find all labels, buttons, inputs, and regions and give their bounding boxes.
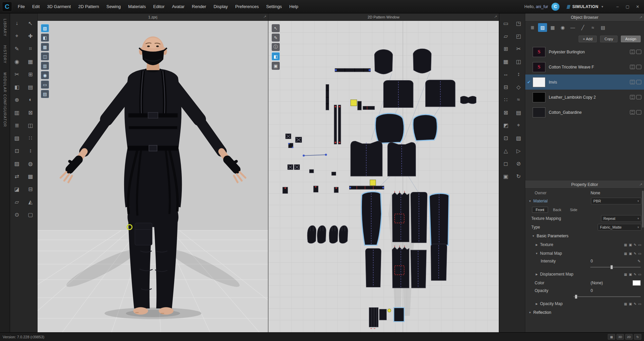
3d-scene[interactable] [38, 21, 268, 332]
material-thumbnail[interactable]: S [533, 62, 545, 72]
seam-allowance-icon[interactable]: ◫ [512, 55, 525, 68]
refresh-2d-icon[interactable]: ↻ [512, 170, 525, 183]
pleats-icon[interactable]: ∷ [499, 93, 512, 106]
unfold-icon[interactable]: ▧ [512, 132, 525, 144]
trace-2d-icon[interactable]: ⌖ [512, 119, 525, 132]
copy-icon[interactable] [630, 110, 635, 114]
close-button[interactable]: ✕ [633, 2, 643, 11]
displacement-edit-icon[interactable]: ✎ [634, 273, 636, 276]
material-thumbnail[interactable] [533, 92, 545, 102]
menu-render[interactable]: Render [188, 0, 210, 13]
reflection-row[interactable]: ▼ Reflection [525, 308, 644, 317]
texture-edit-icon[interactable]: △ [499, 144, 512, 157]
material-thumbnail[interactable]: S [533, 47, 545, 57]
opacity-slider[interactable] [574, 296, 641, 297]
topstitch-icon[interactable]: ∷ [24, 132, 38, 144]
link-icon[interactable] [636, 65, 641, 69]
displacement-clear-icon[interactable]: ▭ [638, 273, 641, 276]
opacity-map-slot-icon[interactable]: ▦ [624, 302, 627, 306]
tab-front[interactable]: Front [532, 207, 548, 213]
cut-sew-icon[interactable]: ↕ [512, 68, 525, 81]
cut-icon[interactable]: ↔ [499, 68, 512, 81]
steam-icon[interactable]: ⊙ [10, 208, 24, 221]
puckering-view-icon[interactable]: ≈ [588, 23, 597, 32]
assign-button[interactable]: Assign [621, 36, 641, 42]
menu-settings[interactable]: Settings [262, 0, 285, 13]
edit-curvature-icon[interactable]: ⌗ [24, 42, 38, 55]
material-row[interactable]: S Cotton Tricotine Weave F [525, 59, 644, 75]
texture-edit-icon[interactable]: ✎ [634, 243, 636, 247]
menu-help[interactable]: Help [285, 0, 302, 13]
flatten-icon[interactable]: ◪ [10, 183, 24, 195]
color-swatch[interactable] [633, 280, 641, 286]
grid-toggle-icon[interactable]: ▦ [608, 334, 615, 340]
button-icon[interactable]: ◫ [24, 119, 38, 132]
displacement-link-icon[interactable]: ▣ [629, 273, 632, 276]
link-icon[interactable] [636, 110, 641, 114]
link-icon[interactable] [636, 80, 641, 84]
notch-icon[interactable]: ⊟ [499, 81, 512, 93]
type-dropdown[interactable]: Fabric_Matte ▾ [598, 224, 641, 231]
select-box-icon[interactable]: ⌖ [10, 30, 24, 42]
trace-icon[interactable]: ✂ [10, 68, 24, 81]
collapse-icon[interactable]: ▼ [528, 200, 532, 203]
object-browser-header[interactable]: Object Browser ↗ [525, 13, 644, 21]
trim-view-icon[interactable]: ╱ [578, 23, 587, 32]
show-internal-lines-icon[interactable]: ◫ [41, 52, 49, 60]
texture-mapping-dropdown[interactable]: Repeat ▾ [601, 215, 641, 222]
tack-icon[interactable]: ◐ [24, 93, 38, 106]
opacity-map-edit-icon[interactable]: ✎ [634, 302, 636, 306]
piping-icon[interactable]: ↕ [24, 144, 38, 157]
simulate-icon[interactable]: ↓ [10, 17, 24, 30]
surface-texture-icon[interactable]: ◧ [41, 34, 49, 42]
mode-selector[interactable]: ≣ SIMULATION ▾ [563, 3, 609, 11]
grain-line-icon[interactable]: ▷ [512, 144, 525, 157]
menu-file[interactable]: File [14, 0, 29, 13]
basic-parameters-row[interactable]: ▼ Basic Parameters [525, 232, 644, 240]
displacement-map-row[interactable]: ▶ Displacement Map ▦ ▣ ✎ ▭ [525, 270, 644, 279]
texture-link-icon[interactable]: ▣ [629, 243, 632, 247]
refresh-icon[interactable]: ↻ [634, 334, 641, 340]
username-link[interactable]: ani_fur [536, 4, 548, 9]
edit-sewing-icon[interactable]: ▤ [24, 81, 38, 93]
opacity-value[interactable]: 0 [591, 288, 593, 293]
transform-2d-icon[interactable]: ◳ [512, 17, 525, 30]
button-view-icon[interactable]: ◉ [558, 23, 567, 32]
annotation-icon[interactable]: ◻ [499, 157, 512, 170]
normal-map-slot-icon[interactable]: ▦ [624, 252, 627, 255]
normal-map-edit-icon[interactable]: ✎ [634, 252, 636, 255]
intensity-value[interactable]: 0 [591, 259, 593, 263]
popout-icon[interactable]: ↗ [263, 15, 266, 18]
uv-edit-icon[interactable]: ⊟ [24, 183, 38, 195]
opacity-map-link-icon[interactable]: ▣ [629, 302, 632, 306]
create-rect-icon[interactable]: ◰ [512, 30, 525, 42]
edit-pattern-icon[interactable]: ✎ [10, 42, 24, 55]
material-thumbnail[interactable] [533, 77, 545, 87]
avatar-tape-icon[interactable]: ▭ [41, 81, 49, 89]
show-avatar-icon[interactable]: ▧ [41, 24, 49, 32]
collapse-icon[interactable]: ▶ [535, 302, 539, 305]
popout-icon[interactable]: ↗ [494, 15, 497, 18]
material-row[interactable]: Cotton_Gabardine [525, 105, 644, 120]
side-tab-library[interactable]: LIBRARY [3, 19, 7, 37]
transform-pattern-icon[interactable]: ↖ [272, 24, 280, 32]
edit-pattern-icon[interactable]: ✎ [272, 34, 280, 42]
graphic-view-icon[interactable]: ▦ [548, 23, 557, 32]
opacity-map-row[interactable]: ▶ Opacity Map ▦ ▣ ✎ ▭ [525, 299, 644, 308]
copy-icon[interactable] [630, 50, 635, 54]
scene-list-icon[interactable]: ≣ [528, 23, 537, 32]
grading-2d-icon[interactable]: ▣ [499, 170, 512, 183]
opacity-map-clear-icon[interactable]: ▭ [638, 302, 641, 306]
property-editor-header[interactable]: Property Editor ↗ [525, 181, 644, 189]
add-point-2d-icon[interactable]: ▦ [499, 55, 512, 68]
edit-pattern-2d-icon[interactable]: ▭ [499, 17, 512, 30]
internal-circle-icon[interactable]: ▤ [512, 106, 525, 119]
material-row[interactable]: Leather_Lambskin Copy 2 [525, 90, 644, 105]
add-point-icon[interactable]: ◉ [10, 55, 24, 68]
pattern-info-icon[interactable]: ⓘ [272, 43, 280, 51]
sew-segment-icon[interactable]: ⊞ [24, 68, 38, 81]
menu-materials[interactable]: Materials [124, 0, 150, 13]
material-type-dropdown[interactable]: PBR ▾ [591, 198, 641, 204]
viewport-3d-canvas[interactable]: ▧◧▦◫▥◉▭▤ [38, 21, 268, 332]
side-tab-modular-configurator[interactable]: MODULAR CONFIGURATOR [3, 72, 7, 127]
